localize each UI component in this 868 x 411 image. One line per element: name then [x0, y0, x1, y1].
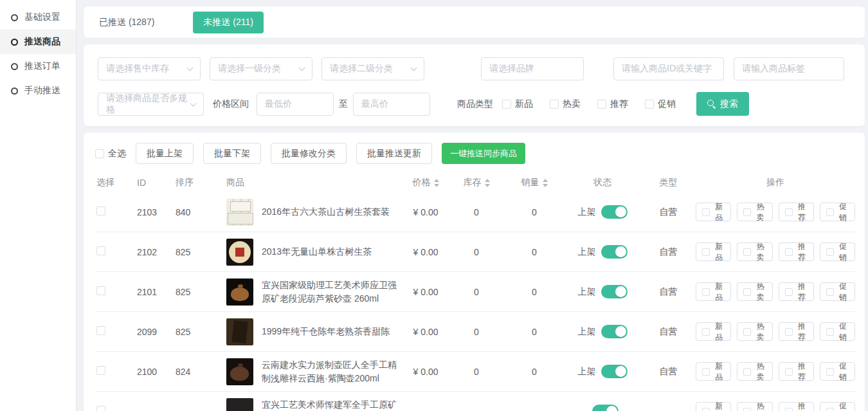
- search-icon: [707, 100, 716, 108]
- circle-icon: [11, 39, 18, 46]
- status-toggle[interactable]: [601, 325, 628, 338]
- row-id: 2099: [131, 327, 170, 337]
- status-toggle[interactable]: [601, 285, 628, 298]
- product-title[interactable]: 2013年无量山单株古树生茶: [262, 245, 403, 258]
- row-tag-recommend-button[interactable]: 推荐: [779, 362, 814, 381]
- tag-input[interactable]: 请输入商品标签: [734, 57, 844, 80]
- row-tag-promo-button[interactable]: 促销: [820, 282, 855, 301]
- select-placeholder: 请选择一级分类: [218, 63, 281, 75]
- sidebar-item-push-orders[interactable]: 推送订单: [0, 54, 76, 78]
- header-stock[interactable]: 库存: [448, 177, 505, 188]
- status-toggle[interactable]: [601, 245, 628, 259]
- status-toggle[interactable]: [592, 405, 619, 411]
- checkbox-label: 新品: [515, 98, 533, 110]
- table-header: 选择 ID 排序 商品 价格 库存 销量: [95, 173, 855, 192]
- batch-delist-button[interactable]: 批量下架: [203, 143, 261, 164]
- row-tag-promo-button[interactable]: 促销: [820, 322, 855, 341]
- search-button[interactable]: 搜索: [696, 92, 749, 116]
- row-tag-new-button[interactable]: 新品: [696, 203, 731, 221]
- row-tag-recommend-button[interactable]: 推荐: [779, 242, 814, 261]
- keyword-input[interactable]: 请输入商品ID或关键字: [613, 57, 724, 80]
- push-sync-products-button[interactable]: 一键推送同步商品: [442, 143, 525, 164]
- tag-label: 热卖: [754, 361, 766, 383]
- caret-down-icon: [434, 184, 439, 187]
- brand-input[interactable]: 请选择品牌: [481, 57, 584, 80]
- stock-select[interactable]: 请选择售中库存: [98, 57, 201, 80]
- product-title[interactable]: 2016年古六大茶山古树生茶套装: [262, 205, 403, 218]
- batch-edit-category-button[interactable]: 批量修改分类: [271, 143, 347, 164]
- row-type: 自营: [641, 246, 696, 258]
- row-tag-promo-button[interactable]: 促销: [820, 402, 855, 411]
- table-row: 宜兴工艺美术师恽建军全手工原矿底 新品 热卖 推荐 促销: [95, 392, 855, 411]
- sort-carets[interactable]: [434, 179, 439, 187]
- row-price: ¥ 0.00: [403, 207, 448, 217]
- tab-pushed[interactable]: 已推送 (1287): [99, 17, 154, 28]
- header-price[interactable]: 价格: [403, 177, 448, 188]
- product-title[interactable]: 云南建水实力派制壶匠人全手工精制浅雕祥云西施·紫陶壶200ml: [262, 358, 403, 385]
- batch-push-update-button[interactable]: 批量推送更新: [356, 143, 432, 164]
- row-price: ¥ 0.00: [403, 247, 448, 257]
- product-title[interactable]: 宜兴国家级助理工艺美术师应卫强原矿老段泥葫芦紫砂壶 260ml: [262, 279, 403, 305]
- row-tag-new-button[interactable]: 新品: [696, 242, 731, 261]
- tag-label: 促销: [837, 241, 849, 263]
- row-tag-hot-button[interactable]: 热卖: [737, 203, 772, 221]
- status-toggle[interactable]: [601, 205, 628, 219]
- row-tag-new-button[interactable]: 新品: [696, 362, 731, 381]
- sidebar-item-label: 推送商品: [24, 36, 60, 48]
- product-title[interactable]: 1999年纯干仓陈年老熟茶香甜陈: [262, 325, 403, 338]
- row-tag-hot-button[interactable]: 热卖: [737, 362, 772, 381]
- multi-spec-select[interactable]: 请选择商品是否多规格: [98, 93, 204, 116]
- row-tag-new-button[interactable]: 新品: [696, 322, 731, 341]
- row-tag-promo-button[interactable]: 促销: [820, 362, 855, 381]
- product-title[interactable]: 宜兴工艺美术师恽建军全手工原矿底: [262, 398, 403, 411]
- sort-carets[interactable]: [543, 179, 548, 187]
- row-tag-hot-button[interactable]: 热卖: [737, 242, 772, 261]
- status-toggle[interactable]: [601, 365, 628, 378]
- min-price-input[interactable]: 最低价: [257, 93, 334, 116]
- row-checkbox[interactable]: [96, 206, 105, 215]
- batch-list-button[interactable]: 批量上架: [136, 143, 194, 164]
- row-tag-promo-button[interactable]: 促销: [820, 242, 855, 261]
- tag-label: 热卖: [754, 201, 766, 223]
- row-checkbox[interactable]: [96, 286, 105, 295]
- max-price-input[interactable]: 最高价: [353, 93, 430, 116]
- tabs-panel: 已推送 (1287) 未推送 (211): [84, 6, 865, 38]
- category1-select[interactable]: 请选择一级分类: [210, 57, 312, 80]
- type-checkbox-hot[interactable]: 热卖: [550, 98, 581, 110]
- table-toolbar: 全选 批量上架 批量下架 批量修改分类 批量推送更新 一键推送同步商品: [95, 143, 855, 164]
- row-tag-recommend-button[interactable]: 推荐: [779, 402, 814, 411]
- sidebar-item-label: 推送订单: [24, 60, 60, 72]
- category2-select[interactable]: 请选择二级分类: [321, 57, 424, 80]
- row-checkbox[interactable]: [96, 366, 105, 375]
- checkbox-icon: [702, 288, 710, 296]
- checkbox-icon: [785, 288, 793, 296]
- row-stock: 0: [448, 287, 505, 297]
- sidebar-item-manual-push[interactable]: 手动推送: [0, 78, 76, 103]
- select-all-checkbox[interactable]: 全选: [95, 148, 126, 160]
- row-tag-hot-button[interactable]: 热卖: [737, 322, 772, 341]
- row-tag-recommend-button[interactable]: 推荐: [779, 282, 814, 301]
- tag-label: 热卖: [754, 401, 766, 411]
- sidebar-item-basic-settings[interactable]: 基础设置: [0, 5, 76, 30]
- row-checkbox[interactable]: [96, 326, 105, 335]
- sort-carets[interactable]: [485, 179, 490, 187]
- row-tag-new-button[interactable]: 新品: [696, 402, 731, 411]
- row-tag-promo-button[interactable]: 促销: [820, 203, 855, 221]
- row-tag-new-button[interactable]: 新品: [696, 282, 731, 301]
- product-image: [226, 398, 253, 411]
- row-tag-hot-button[interactable]: 热卖: [737, 282, 772, 301]
- row-tag-recommend-button[interactable]: 推荐: [779, 203, 814, 221]
- row-price: ¥ 0.00: [403, 367, 448, 377]
- type-checkbox-promo[interactable]: 促销: [645, 98, 676, 110]
- tab-unpushed[interactable]: 未推送 (211): [193, 12, 264, 33]
- row-tag-hot-button[interactable]: 热卖: [737, 402, 772, 411]
- row-checkbox[interactable]: [96, 406, 105, 411]
- row-stock: 0: [448, 327, 505, 337]
- table-row: 2103 840 2016年古六大茶山古树生茶套装 ¥ 0.00 0 0 上架 …: [95, 192, 855, 232]
- row-tag-recommend-button[interactable]: 推荐: [779, 322, 814, 341]
- sidebar-item-push-products[interactable]: 推送商品: [0, 30, 76, 54]
- row-checkbox[interactable]: [96, 246, 105, 255]
- type-checkbox-recommend[interactable]: 推荐: [597, 98, 628, 110]
- header-sales[interactable]: 销量: [505, 177, 564, 188]
- type-checkbox-new[interactable]: 新品: [502, 98, 533, 110]
